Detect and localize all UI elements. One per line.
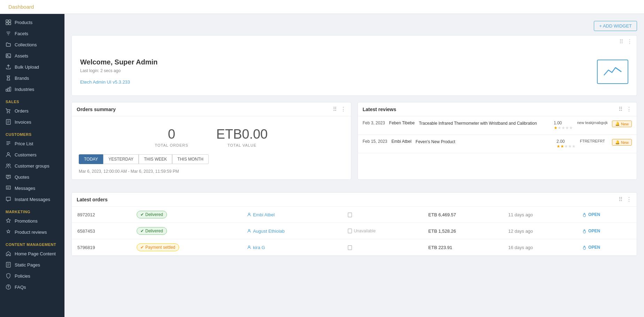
review-score-1: 1.00 ★★★★★ bbox=[554, 121, 573, 130]
open-button-2[interactable]: OPEN bbox=[582, 229, 631, 233]
orders-summary-actions: ⠿ ⋮ bbox=[333, 106, 346, 113]
latest-orders-card: Latest orders ⠿ ⋮ 8972012 ✔ bbox=[71, 192, 637, 256]
orders-table-more-icon[interactable]: ⋮ bbox=[626, 196, 632, 203]
tab-this-week[interactable]: THIS WEEK bbox=[139, 154, 172, 164]
customer-name-2[interactable]: August Ethiolab bbox=[247, 229, 336, 234]
review-badge-2[interactable]: 🔔 New bbox=[612, 139, 632, 146]
order-amount-1: ETB 6,469.57 bbox=[423, 207, 503, 223]
review-badge-1[interactable]: 🔔 New bbox=[612, 121, 632, 127]
latest-orders-title: Latest orders bbox=[77, 197, 108, 202]
svg-rect-2 bbox=[6, 23, 8, 25]
sidebar-item-brands[interactable]: Brands bbox=[0, 72, 64, 84]
orders-more-icon[interactable]: ⋮ bbox=[340, 106, 346, 113]
sidebar-item-collections[interactable]: Collections bbox=[0, 39, 64, 50]
sidebar-item-messages[interactable]: Messages bbox=[0, 183, 64, 194]
sidebar-label-brands: Brands bbox=[15, 76, 29, 81]
welcome-icon bbox=[597, 60, 628, 84]
sidebar-item-home-page-content[interactable]: Home Page Content bbox=[0, 248, 64, 259]
review-row-1: Feb 3, 2023 Feben Tibebe Traceable Infra… bbox=[358, 116, 637, 135]
sidebar-item-instant-messages[interactable]: Instant Messages bbox=[0, 194, 64, 205]
order-action-2[interactable]: OPEN bbox=[576, 223, 637, 239]
order-row-2: 6587453 ✔ Delivered August Ethiolab bbox=[72, 223, 637, 239]
sidebar-item-faqs[interactable]: FAQs bbox=[0, 281, 64, 293]
review-date-1: Feb 3, 2023 bbox=[363, 121, 385, 125]
sidebar-item-promotions[interactable]: Promotions bbox=[0, 215, 64, 226]
sidebar-label-customer-groups: Customer groups bbox=[15, 163, 49, 169]
sidebar-item-product-reviews[interactable]: Product reviews bbox=[0, 226, 64, 238]
open-button-1[interactable]: OPEN bbox=[582, 212, 631, 217]
sidebar-item-invoices[interactable]: Invoices bbox=[0, 116, 64, 127]
sidebar-item-orders[interactable]: Orders bbox=[0, 105, 64, 116]
sidebar-label-home-page-content: Home Page Content bbox=[15, 251, 56, 256]
order-action-3[interactable]: OPEN bbox=[576, 239, 637, 256]
add-widget-button[interactable]: + ADD WIDGET bbox=[594, 21, 637, 31]
check-icon-3: ✔ bbox=[140, 245, 144, 250]
svg-point-12 bbox=[7, 153, 9, 155]
sidebar-label-bulk-upload: Bulk Upload bbox=[15, 64, 39, 70]
total-orders-stat: 0 TOTAL ORDERS bbox=[155, 127, 188, 147]
sidebar-label-assets: Assets bbox=[15, 53, 28, 59]
topbar-title: Dashboard bbox=[8, 4, 34, 10]
svg-rect-22 bbox=[348, 229, 352, 233]
sidebar-item-facets[interactable]: Facets bbox=[0, 28, 64, 39]
sidebar-item-bulk-upload[interactable]: Bulk Upload bbox=[0, 61, 64, 72]
sidebar-label-orders: Orders bbox=[15, 108, 29, 114]
order-row-3: 5796819 ✔ Payment settled kira G bbox=[72, 239, 637, 256]
review-author-2: Embi Atbel bbox=[391, 139, 411, 144]
sidebar-item-quotes[interactable]: Quotes bbox=[0, 171, 64, 183]
latest-reviews-card: Latest reviews ⠿ ⋮ Feb 3, 2023 Feben Tib… bbox=[358, 102, 637, 180]
latest-orders-actions: ⠿ ⋮ bbox=[619, 196, 632, 203]
order-customer-2: August Ethiolab bbox=[242, 223, 342, 239]
clock-icon: 🔔 bbox=[615, 122, 620, 126]
orders-date-range: Mar 6, 2023, 12:00:00 AM - Mar 6, 2023, … bbox=[72, 169, 351, 179]
total-value-amount: ETB0.00 bbox=[216, 127, 268, 142]
welcome-version[interactable]: Etech Admin UI v5.3.233 bbox=[80, 79, 130, 85]
topbar: Dashboard bbox=[0, 0, 644, 14]
sidebar-label-industries: Industries bbox=[15, 87, 34, 92]
svg-point-20 bbox=[583, 214, 586, 217]
svg-point-21 bbox=[248, 230, 250, 231]
latest-reviews-actions: ⠿ ⋮ bbox=[619, 106, 632, 113]
svg-rect-8 bbox=[9, 87, 11, 91]
reviews-more-icon[interactable]: ⋮ bbox=[626, 106, 632, 113]
sidebar-item-products[interactable]: Products bbox=[0, 17, 64, 28]
svg-point-17 bbox=[8, 288, 8, 288]
customer-name-1[interactable]: Embi Atbel bbox=[247, 212, 336, 217]
order-id-3: 5796819 bbox=[72, 239, 131, 256]
svg-rect-19 bbox=[348, 213, 352, 217]
review-author-1: Feben Tibebe bbox=[389, 121, 415, 125]
svg-point-26 bbox=[583, 247, 586, 249]
review-product-1: Traceable Infrared Thermometer with Wris… bbox=[419, 121, 550, 126]
more-icon[interactable]: ⋮ bbox=[627, 38, 632, 45]
customer-name-3[interactable]: kira G bbox=[247, 245, 336, 250]
order-action-1[interactable]: OPEN bbox=[576, 207, 637, 223]
review-stars-1: ★★★★★ bbox=[554, 125, 573, 130]
orders-table: 8972012 ✔ Delivered Embi Atbel bbox=[72, 207, 637, 256]
welcome-greeting: Welcome, Super Admin bbox=[80, 58, 158, 66]
svg-point-24 bbox=[248, 246, 250, 248]
sales-section-label: Sales bbox=[0, 95, 64, 105]
svg-point-9 bbox=[7, 113, 8, 113]
sidebar-item-customer-groups[interactable]: Customer groups bbox=[0, 160, 64, 171]
latest-orders-header: Latest orders ⠿ ⋮ bbox=[72, 193, 637, 207]
status-badge-2: ✔ Delivered bbox=[137, 227, 167, 235]
welcome-card-actions: ⠿ ⋮ bbox=[72, 36, 637, 48]
sidebar-item-industries[interactable]: Industries bbox=[0, 84, 64, 95]
tab-this-month[interactable]: THIS MONTH bbox=[172, 154, 209, 164]
tab-today[interactable]: TODAY bbox=[79, 154, 103, 164]
sidebar-item-assets[interactable]: Assets bbox=[0, 50, 64, 61]
order-time-1: 11 days ago bbox=[503, 207, 576, 223]
tab-yesterday[interactable]: YESTERDAY bbox=[103, 154, 139, 164]
orders-summary-title: Orders summary bbox=[77, 107, 116, 112]
order-id-2: 6587453 bbox=[72, 223, 131, 239]
welcome-card: ⠿ ⋮ Welcome, Super Admin Last login: 2 s… bbox=[71, 35, 637, 96]
order-customer-1: Embi Atbel bbox=[242, 207, 342, 223]
status-badge-3: ✔ Payment settled bbox=[137, 243, 179, 251]
sidebar-item-customers[interactable]: Customers bbox=[0, 149, 64, 160]
welcome-last-login: Last login: 2 secs ago bbox=[80, 68, 158, 73]
sidebar-label-policies: Policies bbox=[15, 273, 30, 279]
sidebar-item-price-list[interactable]: Price List bbox=[0, 138, 64, 149]
sidebar-item-policies[interactable]: Policies bbox=[0, 270, 64, 281]
sidebar-item-static-pages[interactable]: Static Pages bbox=[0, 259, 64, 270]
open-button-3[interactable]: OPEN bbox=[582, 245, 631, 250]
